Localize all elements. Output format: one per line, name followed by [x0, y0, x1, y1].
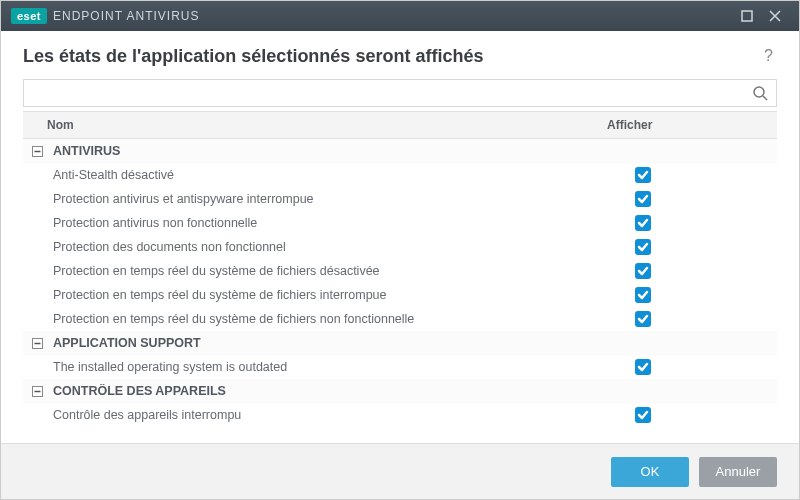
- item-label: The installed operating system is outdat…: [23, 360, 597, 374]
- show-checkbox[interactable]: [635, 407, 651, 423]
- table-row: Protection en temps réel du système de f…: [23, 307, 777, 331]
- svg-rect-0: [742, 11, 752, 21]
- brand: eset ENDPOINT ANTIVIRUS: [11, 8, 200, 24]
- group-label: APPLICATION SUPPORT: [45, 336, 597, 350]
- item-label: Protection en temps réel du système de f…: [23, 312, 597, 326]
- group-row[interactable]: APPLICATION SUPPORT: [23, 331, 777, 355]
- group-label: ANTIVIRUS: [45, 144, 597, 158]
- show-checkbox[interactable]: [635, 215, 651, 231]
- table-header: Nom Afficher: [23, 111, 777, 139]
- item-label: Protection des documents non fonctionnel: [23, 240, 597, 254]
- close-icon: [769, 10, 781, 22]
- table-row: Protection antivirus et antispyware inte…: [23, 187, 777, 211]
- show-checkbox[interactable]: [635, 191, 651, 207]
- search-input[interactable]: [24, 80, 744, 106]
- collapse-icon[interactable]: [29, 383, 45, 399]
- footer: OK Annuler: [1, 443, 799, 499]
- table-row: The installed operating system is outdat…: [23, 355, 777, 379]
- status-table: Nom Afficher ANTIVIRUSAnti-Stealth désac…: [23, 111, 777, 443]
- item-label: Protection en temps réel du système de f…: [23, 264, 597, 278]
- group-row[interactable]: ANTIVIRUS: [23, 139, 777, 163]
- table-row: Protection antivirus non fonctionnelle: [23, 211, 777, 235]
- brand-text: ENDPOINT ANTIVIRUS: [53, 9, 199, 23]
- table-row: Protection en temps réel du système de f…: [23, 283, 777, 307]
- group-label: CONTRÔLE DES APPAREILS: [45, 384, 597, 398]
- content-area: Les états de l'application sélectionnés …: [1, 31, 799, 443]
- show-checkbox[interactable]: [635, 287, 651, 303]
- ok-button[interactable]: OK: [611, 457, 689, 487]
- show-checkbox[interactable]: [635, 311, 651, 327]
- brand-badge: eset: [11, 8, 47, 24]
- window-minimize-icon: [741, 10, 753, 22]
- item-label: Protection antivirus non fonctionnelle: [23, 216, 597, 230]
- collapse-icon[interactable]: [29, 335, 45, 351]
- search-row: [23, 79, 777, 107]
- titlebar: eset ENDPOINT ANTIVIRUS: [1, 1, 799, 31]
- show-checkbox[interactable]: [635, 359, 651, 375]
- app-window: eset ENDPOINT ANTIVIRUS Les états de l'a…: [0, 0, 800, 500]
- column-header-name[interactable]: Nom: [23, 118, 597, 132]
- show-checkbox[interactable]: [635, 263, 651, 279]
- item-label: Protection en temps réel du système de f…: [23, 288, 597, 302]
- item-label: Contrôle des appareils interrompu: [23, 408, 597, 422]
- item-label: Protection antivirus et antispyware inte…: [23, 192, 597, 206]
- help-button[interactable]: ?: [760, 45, 777, 67]
- search-icon: [744, 85, 776, 101]
- svg-point-1: [754, 87, 764, 97]
- item-label: Anti-Stealth désactivé: [23, 168, 597, 182]
- cancel-button[interactable]: Annuler: [699, 457, 777, 487]
- minimize-button[interactable]: [733, 1, 761, 31]
- table-row: Anti-Stealth désactivé: [23, 163, 777, 187]
- show-checkbox[interactable]: [635, 239, 651, 255]
- table-row: Contrôle des appareils interrompu: [23, 403, 777, 427]
- group-row[interactable]: CONTRÔLE DES APPAREILS: [23, 379, 777, 403]
- help-icon: ?: [764, 47, 773, 64]
- table-row: Protection en temps réel du système de f…: [23, 259, 777, 283]
- show-checkbox[interactable]: [635, 167, 651, 183]
- page-title: Les états de l'application sélectionnés …: [23, 46, 483, 67]
- table-row: Protection des documents non fonctionnel: [23, 235, 777, 259]
- close-button[interactable]: [761, 1, 789, 31]
- table-body[interactable]: ANTIVIRUSAnti-Stealth désactivéProtectio…: [23, 139, 777, 443]
- collapse-icon[interactable]: [29, 143, 45, 159]
- column-header-show[interactable]: Afficher: [597, 118, 777, 132]
